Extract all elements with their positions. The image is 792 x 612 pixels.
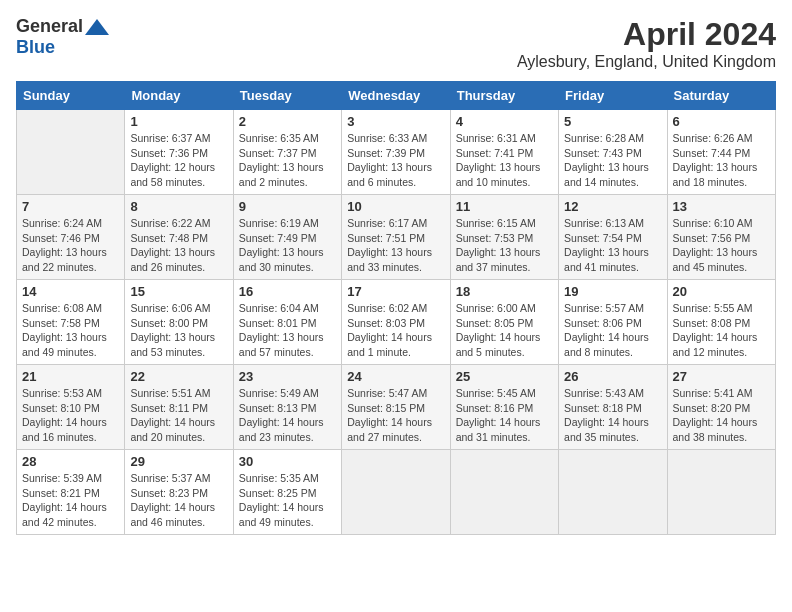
- day-info: Sunrise: 6:31 AM Sunset: 7:41 PM Dayligh…: [456, 131, 553, 190]
- calendar-cell: 1Sunrise: 6:37 AM Sunset: 7:36 PM Daylig…: [125, 110, 233, 195]
- day-number: 14: [22, 284, 119, 299]
- day-info: Sunrise: 6:37 AM Sunset: 7:36 PM Dayligh…: [130, 131, 227, 190]
- day-info: Sunrise: 5:49 AM Sunset: 8:13 PM Dayligh…: [239, 386, 336, 445]
- day-number: 28: [22, 454, 119, 469]
- calendar-cell: 25Sunrise: 5:45 AM Sunset: 8:16 PM Dayli…: [450, 365, 558, 450]
- day-number: 27: [673, 369, 770, 384]
- day-info: Sunrise: 6:19 AM Sunset: 7:49 PM Dayligh…: [239, 216, 336, 275]
- calendar-cell: 11Sunrise: 6:15 AM Sunset: 7:53 PM Dayli…: [450, 195, 558, 280]
- day-info: Sunrise: 5:37 AM Sunset: 8:23 PM Dayligh…: [130, 471, 227, 530]
- day-number: 20: [673, 284, 770, 299]
- week-row-5: 28Sunrise: 5:39 AM Sunset: 8:21 PM Dayli…: [17, 450, 776, 535]
- month-title: April 2024: [517, 16, 776, 53]
- calendar-cell: 14Sunrise: 6:08 AM Sunset: 7:58 PM Dayli…: [17, 280, 125, 365]
- calendar-cell: 13Sunrise: 6:10 AM Sunset: 7:56 PM Dayli…: [667, 195, 775, 280]
- calendar-cell: [17, 110, 125, 195]
- day-number: 23: [239, 369, 336, 384]
- day-number: 25: [456, 369, 553, 384]
- calendar-cell: 23Sunrise: 5:49 AM Sunset: 8:13 PM Dayli…: [233, 365, 341, 450]
- calendar-cell: 21Sunrise: 5:53 AM Sunset: 8:10 PM Dayli…: [17, 365, 125, 450]
- day-number: 13: [673, 199, 770, 214]
- day-info: Sunrise: 6:22 AM Sunset: 7:48 PM Dayligh…: [130, 216, 227, 275]
- day-number: 18: [456, 284, 553, 299]
- day-info: Sunrise: 6:04 AM Sunset: 8:01 PM Dayligh…: [239, 301, 336, 360]
- week-row-1: 1Sunrise: 6:37 AM Sunset: 7:36 PM Daylig…: [17, 110, 776, 195]
- calendar-cell: 19Sunrise: 5:57 AM Sunset: 8:06 PM Dayli…: [559, 280, 667, 365]
- calendar-cell: 12Sunrise: 6:13 AM Sunset: 7:54 PM Dayli…: [559, 195, 667, 280]
- day-info: Sunrise: 6:17 AM Sunset: 7:51 PM Dayligh…: [347, 216, 444, 275]
- day-info: Sunrise: 5:41 AM Sunset: 8:20 PM Dayligh…: [673, 386, 770, 445]
- day-info: Sunrise: 6:02 AM Sunset: 8:03 PM Dayligh…: [347, 301, 444, 360]
- day-number: 29: [130, 454, 227, 469]
- day-info: Sunrise: 6:28 AM Sunset: 7:43 PM Dayligh…: [564, 131, 661, 190]
- title-area: April 2024 Aylesbury, England, United Ki…: [517, 16, 776, 71]
- day-header-thursday: Thursday: [450, 82, 558, 110]
- calendar-cell: 20Sunrise: 5:55 AM Sunset: 8:08 PM Dayli…: [667, 280, 775, 365]
- header-row: SundayMondayTuesdayWednesdayThursdayFrid…: [17, 82, 776, 110]
- day-info: Sunrise: 6:33 AM Sunset: 7:39 PM Dayligh…: [347, 131, 444, 190]
- calendar-cell: 18Sunrise: 6:00 AM Sunset: 8:05 PM Dayli…: [450, 280, 558, 365]
- day-number: 16: [239, 284, 336, 299]
- day-info: Sunrise: 6:00 AM Sunset: 8:05 PM Dayligh…: [456, 301, 553, 360]
- day-info: Sunrise: 5:53 AM Sunset: 8:10 PM Dayligh…: [22, 386, 119, 445]
- calendar-cell: [342, 450, 450, 535]
- day-number: 21: [22, 369, 119, 384]
- day-info: Sunrise: 6:06 AM Sunset: 8:00 PM Dayligh…: [130, 301, 227, 360]
- day-info: Sunrise: 6:15 AM Sunset: 7:53 PM Dayligh…: [456, 216, 553, 275]
- calendar-cell: 16Sunrise: 6:04 AM Sunset: 8:01 PM Dayli…: [233, 280, 341, 365]
- logo-icon: [85, 19, 109, 35]
- day-info: Sunrise: 5:55 AM Sunset: 8:08 PM Dayligh…: [673, 301, 770, 360]
- week-row-4: 21Sunrise: 5:53 AM Sunset: 8:10 PM Dayli…: [17, 365, 776, 450]
- day-number: 1: [130, 114, 227, 129]
- day-number: 4: [456, 114, 553, 129]
- calendar-cell: 29Sunrise: 5:37 AM Sunset: 8:23 PM Dayli…: [125, 450, 233, 535]
- calendar-cell: [450, 450, 558, 535]
- calendar-cell: 30Sunrise: 5:35 AM Sunset: 8:25 PM Dayli…: [233, 450, 341, 535]
- day-number: 15: [130, 284, 227, 299]
- calendar-cell: 6Sunrise: 6:26 AM Sunset: 7:44 PM Daylig…: [667, 110, 775, 195]
- calendar-cell: 27Sunrise: 5:41 AM Sunset: 8:20 PM Dayli…: [667, 365, 775, 450]
- logo-general-text: General: [16, 16, 83, 37]
- calendar-cell: 26Sunrise: 5:43 AM Sunset: 8:18 PM Dayli…: [559, 365, 667, 450]
- svg-marker-0: [85, 19, 109, 35]
- calendar-cell: 7Sunrise: 6:24 AM Sunset: 7:46 PM Daylig…: [17, 195, 125, 280]
- calendar-cell: 17Sunrise: 6:02 AM Sunset: 8:03 PM Dayli…: [342, 280, 450, 365]
- day-number: 5: [564, 114, 661, 129]
- day-number: 7: [22, 199, 119, 214]
- day-number: 6: [673, 114, 770, 129]
- day-header-sunday: Sunday: [17, 82, 125, 110]
- calendar-cell: 5Sunrise: 6:28 AM Sunset: 7:43 PM Daylig…: [559, 110, 667, 195]
- day-number: 8: [130, 199, 227, 214]
- day-number: 9: [239, 199, 336, 214]
- calendar-cell: 8Sunrise: 6:22 AM Sunset: 7:48 PM Daylig…: [125, 195, 233, 280]
- week-row-3: 14Sunrise: 6:08 AM Sunset: 7:58 PM Dayli…: [17, 280, 776, 365]
- calendar-cell: 4Sunrise: 6:31 AM Sunset: 7:41 PM Daylig…: [450, 110, 558, 195]
- day-header-friday: Friday: [559, 82, 667, 110]
- day-info: Sunrise: 5:43 AM Sunset: 8:18 PM Dayligh…: [564, 386, 661, 445]
- day-number: 3: [347, 114, 444, 129]
- calendar-table: SundayMondayTuesdayWednesdayThursdayFrid…: [16, 81, 776, 535]
- logo: General Blue: [16, 16, 109, 58]
- day-number: 12: [564, 199, 661, 214]
- day-info: Sunrise: 6:10 AM Sunset: 7:56 PM Dayligh…: [673, 216, 770, 275]
- calendar-cell: 15Sunrise: 6:06 AM Sunset: 8:00 PM Dayli…: [125, 280, 233, 365]
- day-info: Sunrise: 6:35 AM Sunset: 7:37 PM Dayligh…: [239, 131, 336, 190]
- day-header-monday: Monday: [125, 82, 233, 110]
- day-number: 2: [239, 114, 336, 129]
- day-info: Sunrise: 6:08 AM Sunset: 7:58 PM Dayligh…: [22, 301, 119, 360]
- calendar-cell: 24Sunrise: 5:47 AM Sunset: 8:15 PM Dayli…: [342, 365, 450, 450]
- day-number: 30: [239, 454, 336, 469]
- day-number: 17: [347, 284, 444, 299]
- day-number: 26: [564, 369, 661, 384]
- day-info: Sunrise: 5:39 AM Sunset: 8:21 PM Dayligh…: [22, 471, 119, 530]
- calendar-cell: 2Sunrise: 6:35 AM Sunset: 7:37 PM Daylig…: [233, 110, 341, 195]
- day-number: 11: [456, 199, 553, 214]
- day-number: 24: [347, 369, 444, 384]
- calendar-cell: 9Sunrise: 6:19 AM Sunset: 7:49 PM Daylig…: [233, 195, 341, 280]
- day-info: Sunrise: 5:51 AM Sunset: 8:11 PM Dayligh…: [130, 386, 227, 445]
- calendar-cell: 28Sunrise: 5:39 AM Sunset: 8:21 PM Dayli…: [17, 450, 125, 535]
- header: General Blue April 2024 Aylesbury, Engla…: [16, 16, 776, 71]
- day-info: Sunrise: 6:26 AM Sunset: 7:44 PM Dayligh…: [673, 131, 770, 190]
- day-info: Sunrise: 5:57 AM Sunset: 8:06 PM Dayligh…: [564, 301, 661, 360]
- calendar-cell: [559, 450, 667, 535]
